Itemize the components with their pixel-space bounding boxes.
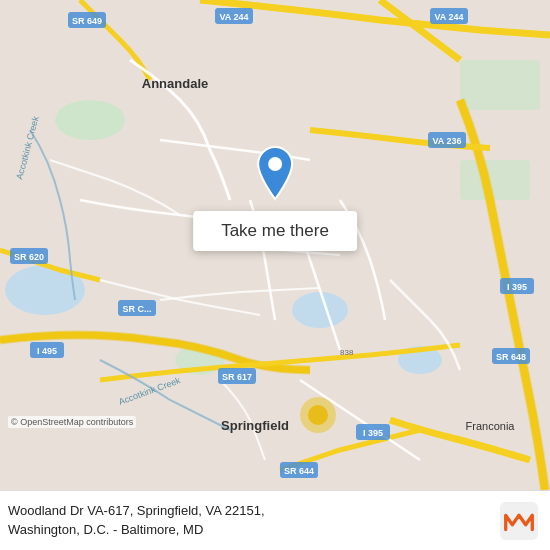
svg-rect-5 <box>460 160 530 200</box>
moovit-logo <box>500 502 538 540</box>
svg-point-38 <box>308 405 328 425</box>
address-text: Woodland Dr VA-617, Springfield, VA 2215… <box>8 502 500 538</box>
svg-text:VA 236: VA 236 <box>432 136 461 146</box>
address-line1: Woodland Dr VA-617, Springfield, VA 2215… <box>8 503 265 518</box>
svg-text:SR 620: SR 620 <box>14 252 44 262</box>
svg-text:I 395: I 395 <box>507 282 527 292</box>
svg-text:SR 617: SR 617 <box>222 372 252 382</box>
svg-text:SR 649: SR 649 <box>72 16 102 26</box>
svg-point-1 <box>292 292 348 328</box>
svg-text:SR C...: SR C... <box>122 304 151 314</box>
svg-rect-4 <box>460 60 540 110</box>
svg-text:SR 644: SR 644 <box>284 466 314 476</box>
address-line2: Washington, D.C. - Baltimore, MD <box>8 522 203 537</box>
map-container: SR 649 VA 244 VA 244 VA 236 SR 620 I 495… <box>0 0 550 490</box>
svg-text:Franconia: Franconia <box>466 420 516 432</box>
location-pin <box>245 145 305 215</box>
take-me-there-button[interactable]: Take me there <box>193 211 357 251</box>
svg-text:I 395: I 395 <box>363 428 383 438</box>
svg-text:SR 648: SR 648 <box>496 352 526 362</box>
osm-attribution: © OpenStreetMap contributors <box>8 416 136 428</box>
svg-text:VA 244: VA 244 <box>219 12 248 22</box>
bottom-bar: Woodland Dr VA-617, Springfield, VA 2215… <box>0 490 550 550</box>
svg-text:Accotkink Creek: Accotkink Creek <box>14 115 41 181</box>
svg-text:VA 244: VA 244 <box>434 12 463 22</box>
button-overlay: Take me there <box>193 145 357 251</box>
svg-text:I 495: I 495 <box>37 346 57 356</box>
svg-text:Springfield: Springfield <box>221 418 289 433</box>
svg-point-3 <box>55 100 125 140</box>
svg-point-39 <box>268 157 282 171</box>
moovit-icon <box>500 502 538 540</box>
svg-text:838: 838 <box>340 348 354 357</box>
svg-text:Annandale: Annandale <box>142 76 208 91</box>
